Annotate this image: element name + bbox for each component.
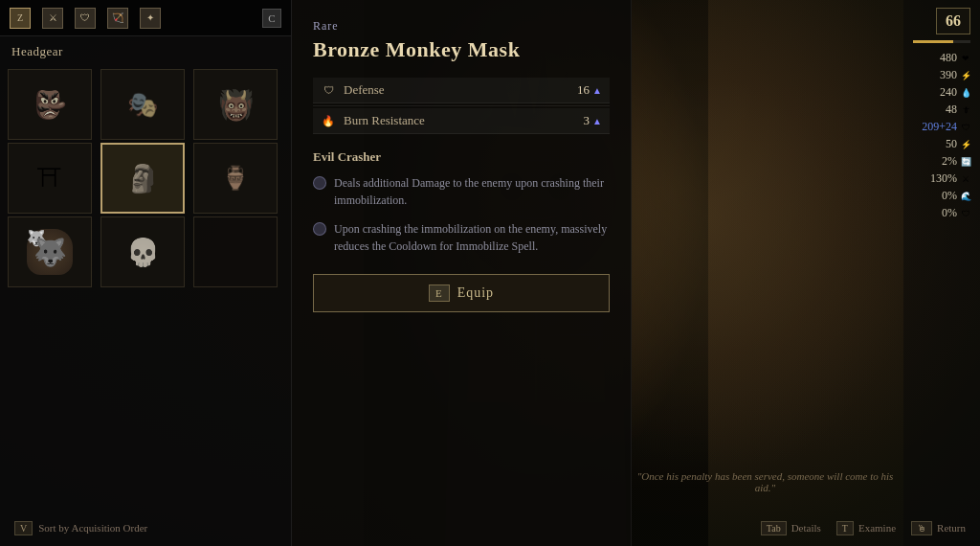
stat-row-burn: 🔥 Burn Resistance 3 ▲ <box>313 108 610 134</box>
ability-item-2: Upon crashing the immobilization on the … <box>313 220 610 255</box>
item-rarity: Rare <box>313 19 610 34</box>
details-key: Tab <box>761 521 787 535</box>
weapons-icon: ⚔ <box>49 12 57 23</box>
item-slot-7[interactable]: 🐺 <box>8 216 92 287</box>
armor-icon: 🛡 <box>80 12 90 23</box>
speed-value: 50 <box>930 137 957 151</box>
stat-label-burn: 🔥 Burn Resistance <box>321 113 425 128</box>
examine-key: T <box>836 521 854 535</box>
stat-label-defense: 🛡 Defense <box>321 82 385 98</box>
item-name: Bronze Monkey Mask <box>313 37 610 62</box>
sort-key: V <box>14 521 33 535</box>
bottom-actions: Tab Details T Examine 🖱 Return <box>761 521 966 535</box>
skills-icon: ✦ <box>146 12 154 23</box>
defense-label: Defense <box>344 82 385 98</box>
item-slot-3[interactable]: 👹 <box>193 69 278 140</box>
bow-icon: 🏹 <box>112 12 123 23</box>
stat-defense: 209+24 🛡 <box>922 120 970 134</box>
stamina-value: 390 <box>930 68 957 82</box>
item-icon-6: 🏺 <box>210 152 262 205</box>
hp-icon: ❤ <box>961 54 970 63</box>
shield-value: 0% <box>930 206 957 220</box>
equip-label: Equip <box>457 285 494 301</box>
item-grid: 👺 🎭 👹 ⛩ 🗿 🏺 <box>0 65 291 291</box>
attack-value: 48 <box>930 102 957 117</box>
item-slot-9-empty[interactable] <box>193 216 278 287</box>
equip-button[interactable]: E Equip <box>313 274 610 312</box>
mask-icon-2: 🎭 <box>127 90 158 120</box>
nav-icon-weapons[interactable]: ⚔ <box>42 8 63 29</box>
level-badge: 66 <box>936 8 970 34</box>
stat-water: 0% 🌊 <box>930 189 970 203</box>
details-label: Details <box>791 522 821 534</box>
mana-value: 240 <box>930 85 957 100</box>
shield-icon: 🛡 <box>961 209 970 218</box>
level-bar <box>913 40 970 43</box>
defense-stat-icon: 🛡 <box>961 123 970 132</box>
item-icon-4: ⛩ <box>24 152 77 205</box>
ability-bullet-2 <box>313 222 326 236</box>
nav-icon-inventory[interactable]: Z <box>10 8 31 29</box>
burn-icon: 🔥 <box>321 113 336 128</box>
wolf-icon: 🐺 <box>27 229 73 275</box>
helm-icon-3: 🏺 <box>221 165 250 192</box>
item-slot-1[interactable]: 👺 <box>8 69 92 140</box>
item-quote: "Once his penalty has been served, someo… <box>632 470 899 493</box>
skull-icon: 💀 <box>126 237 160 268</box>
crit-icon: 🔄 <box>961 157 970 167</box>
stat-shield: 0% 🛡 <box>930 206 970 220</box>
power-value: 130% <box>930 171 957 186</box>
defense-stat-value: 209+24 <box>922 120 957 134</box>
item-slot-4[interactable]: ⛩ <box>8 143 92 214</box>
ability-bullet-1 <box>313 176 326 190</box>
item-slot-6[interactable]: 🏺 <box>193 143 278 214</box>
action-details[interactable]: Tab Details <box>761 521 821 535</box>
defense-number: 16 <box>577 82 590 98</box>
hp-value: 480 <box>930 51 957 65</box>
water-icon: 🌊 <box>961 192 970 201</box>
stat-row-defense: 🛡 Defense 16 ▲ <box>313 78 610 103</box>
level-bar-fill <box>913 40 953 43</box>
close-button[interactable]: C <box>262 9 281 28</box>
stat-speed: 50 ⚡ <box>930 137 970 151</box>
ability-item-1: Deals additional Damage to the enemy upo… <box>313 174 610 209</box>
left-panel: Z ⚔ 🛡 🏹 ✦ C Headgear 👺 <box>0 0 292 546</box>
action-return[interactable]: 🖱 Return <box>911 521 966 535</box>
power-icon: ⚔ <box>961 174 970 184</box>
item-icon-2: 🎭 <box>117 79 169 131</box>
speed-icon: ⚡ <box>961 140 970 149</box>
right-stats-panel: 66 480 ❤ 390 ⚡ 240 💧 48 🗡 209+24 🛡 50 ⚡ … <box>903 0 980 546</box>
item-slot-2[interactable]: 🎭 <box>100 69 185 140</box>
equip-key: E <box>429 284 450 302</box>
water-value: 0% <box>930 189 957 203</box>
stat-crit: 2% 🔄 <box>930 154 970 169</box>
mana-icon: 💧 <box>961 88 970 98</box>
stat-attack: 48 🗡 <box>930 102 970 117</box>
center-panel: Rare Bronze Monkey Mask 🛡 Defense 16 ▲ 🔥… <box>292 0 632 546</box>
return-key: 🖱 <box>911 521 932 535</box>
helm-icon-1: ⛩ <box>37 164 62 193</box>
item-icon-8: 💀 <box>117 226 169 279</box>
item-icon-7: 🐺 <box>24 226 77 279</box>
stats-section: 🛡 Defense 16 ▲ 🔥 Burn Resistance 3 ▲ <box>313 78 610 134</box>
nav-icon-bow[interactable]: 🏹 <box>107 8 128 29</box>
stat-stamina: 390 ⚡ <box>930 68 970 82</box>
inventory-icon: Z <box>17 12 23 23</box>
defense-value: 16 ▲ <box>577 82 602 98</box>
ability-text-1: Deals additional Damage to the enemy upo… <box>334 174 610 209</box>
burn-label: Burn Resistance <box>344 113 425 128</box>
sort-hint: V Sort by Acquisition Order <box>14 521 147 535</box>
nav-icon-skills[interactable]: ✦ <box>140 8 161 29</box>
stat-hp: 480 ❤ <box>930 51 970 65</box>
burn-arrow-up: ▲ <box>592 116 602 126</box>
burn-number: 3 <box>584 113 590 128</box>
item-icon-5: 🗿 <box>117 152 169 205</box>
ability-name: Evil Crasher <box>313 149 610 165</box>
action-examine[interactable]: T Examine <box>836 521 896 535</box>
ability-list: Deals additional Damage to the enemy upo… <box>313 174 610 255</box>
item-slot-8[interactable]: 💀 <box>100 216 185 287</box>
nav-icon-armor[interactable]: 🛡 <box>75 8 96 29</box>
item-slot-5-selected[interactable]: 🗿 <box>100 143 185 214</box>
mask-icon-3: 👹 <box>218 88 254 122</box>
stat-power: 130% ⚔ <box>930 171 970 186</box>
